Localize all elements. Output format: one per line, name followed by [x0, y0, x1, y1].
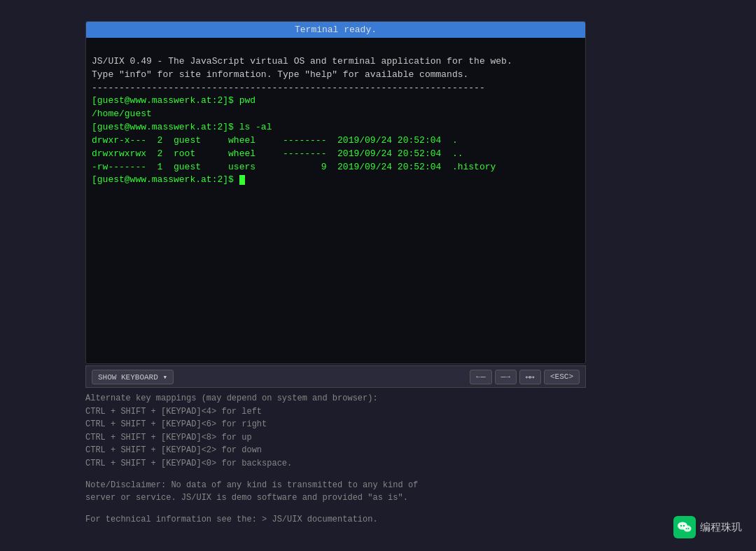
- terminal-info-line2: Type "info" for site information. Type "…: [92, 69, 468, 80]
- keymappings-block: Alternate key mappings (may depend on sy…: [85, 392, 586, 470]
- terminal-prompt-2: [guest@www.masswerk.at:2]$: [92, 122, 239, 132]
- terminal-divider: ----------------------------------------…: [92, 83, 485, 93]
- terminal-prompt-3: [guest@www.masswerk.at:2]$: [92, 174, 239, 185]
- nav-keys-group: ←— —→ ↤↦ <ESC>: [470, 370, 580, 384]
- svg-point-3: [684, 526, 692, 532]
- page-background: Terminal ready. JS/UIX 0.49 - The JavaSc…: [0, 0, 756, 551]
- terminal-info-line1: JS/UIX 0.49 - The JavaScript virtual OS …: [92, 56, 512, 67]
- right-arrow-key[interactable]: —→: [495, 370, 517, 384]
- svg-point-2: [683, 525, 685, 526]
- terminal-body[interactable]: JS/UIX 0.49 - The JavaScript virtual OS …: [86, 38, 585, 204]
- terminal-cmd-1: pwd: [239, 95, 255, 106]
- info-section: Alternate key mappings (may depend on sy…: [85, 392, 586, 526]
- terminal-window: Terminal ready. JS/UIX 0.49 - The JavaSc…: [85, 21, 586, 364]
- terminal-cmd-2: ls -al: [239, 122, 272, 132]
- wechat-badge: 编程珠玑: [673, 516, 742, 538]
- keymapping-4: CTRL + SHIFT + [KEYPAD]<2> for down: [85, 444, 586, 457]
- terminal-ls-row3: -rw------- 1 guest users 9 2019/09/24 20…: [92, 162, 496, 172]
- esc-key[interactable]: <ESC>: [544, 370, 580, 384]
- keymapping-3: CTRL + SHIFT + [KEYPAD]<8> for up: [85, 431, 586, 445]
- wechat-icon: [673, 516, 696, 538]
- terminal-cursor: [239, 175, 245, 185]
- left-arrow-key[interactable]: ←—: [470, 370, 491, 384]
- wechat-label: 编程珠玑: [700, 521, 742, 534]
- terminal-ls-row1: drwxr-x--- 2 guest wheel -------- 2019/0…: [92, 135, 458, 146]
- note-line2: server or service. JS/UIX is demo softwa…: [85, 491, 586, 505]
- svg-point-4: [686, 528, 687, 529]
- keyboard-bar: SHOW KEYBOARD ▾ ←— —→ ↤↦ <ESC>: [85, 365, 586, 388]
- terminal-ls-row2: drwxrwxrwx 2 root wheel -------- 2019/09…: [92, 148, 463, 159]
- terminal-output-home: /home/guest: [92, 109, 152, 119]
- svg-point-1: [680, 525, 682, 526]
- tech-info-block: For technical information see the: > JS/…: [85, 513, 586, 526]
- note-block: Note/Disclaimer: No data of any kind is …: [85, 479, 586, 505]
- terminal-prompt-1: [guest@www.masswerk.at:2]$: [92, 95, 239, 106]
- keymapping-2: CTRL + SHIFT + [KEYPAD]<6> for right: [85, 418, 586, 431]
- keymapping-1: CTRL + SHIFT + [KEYPAD]<4> for left: [85, 405, 586, 419]
- keymappings-heading: Alternate key mappings (may depend on sy…: [85, 393, 378, 403]
- terminal-ready-bar: Terminal ready.: [86, 22, 585, 38]
- svg-point-5: [688, 528, 690, 529]
- show-keyboard-button[interactable]: SHOW KEYBOARD ▾: [92, 370, 174, 384]
- tech-info-text: For technical information see the: > JS/…: [85, 515, 378, 524]
- home-end-key[interactable]: ↤↦: [519, 370, 541, 384]
- note-line1: Note/Disclaimer: No data of any kind is …: [85, 479, 586, 492]
- keymapping-5: CTRL + SHIFT + [KEYPAD]<0> for backspace…: [85, 457, 586, 470]
